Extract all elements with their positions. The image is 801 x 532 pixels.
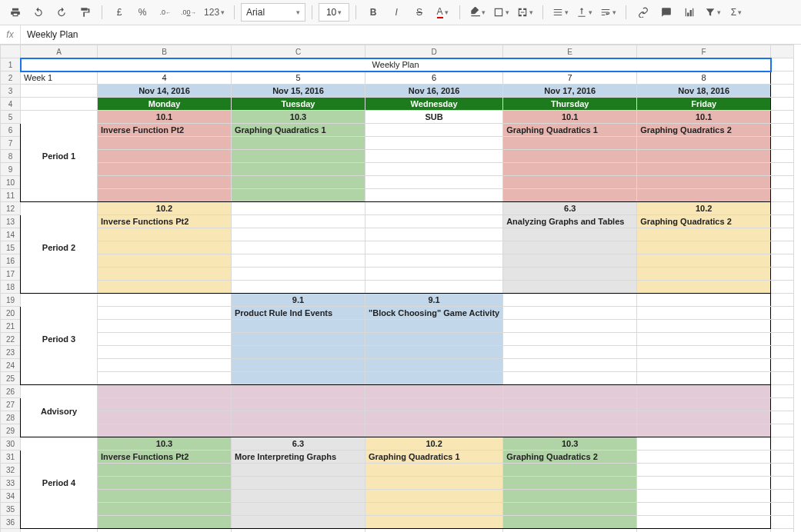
increase-decimal-button[interactable]: .00→ bbox=[178, 4, 199, 21]
cell[interactable] bbox=[98, 490, 232, 503]
row-header[interactable]: 13 bbox=[1, 215, 21, 228]
cell[interactable] bbox=[365, 333, 503, 346]
decrease-decimal-button[interactable]: .0← bbox=[155, 4, 176, 21]
cell[interactable] bbox=[98, 477, 232, 490]
cell[interactable] bbox=[637, 176, 771, 189]
cell[interactable] bbox=[365, 385, 503, 398]
cell[interactable] bbox=[232, 529, 365, 533]
cell[interactable] bbox=[232, 268, 365, 281]
cell[interactable] bbox=[232, 411, 365, 424]
cell[interactable] bbox=[365, 477, 503, 490]
row-header[interactable]: 31 bbox=[1, 451, 21, 464]
col-header-d[interactable]: D bbox=[365, 45, 503, 58]
cell[interactable] bbox=[365, 516, 503, 529]
cell[interactable]: 9.1 bbox=[232, 294, 365, 307]
cell[interactable]: Inverse Functions Pt2 bbox=[98, 215, 232, 228]
cell[interactable]: 5 bbox=[232, 71, 365, 85]
cell[interactable] bbox=[365, 490, 503, 503]
cell[interactable]: Nov 14, 2016 bbox=[98, 85, 232, 98]
cell[interactable] bbox=[232, 150, 365, 163]
cell[interactable] bbox=[98, 189, 232, 202]
cell[interactable] bbox=[637, 516, 771, 529]
bold-button[interactable]: B bbox=[362, 4, 384, 21]
cell[interactable] bbox=[232, 215, 365, 228]
period-3-label[interactable]: Period 3 bbox=[21, 294, 98, 385]
cell[interactable] bbox=[637, 346, 771, 359]
cell[interactable] bbox=[503, 385, 637, 398]
fill-color-button[interactable]: ▾ bbox=[466, 4, 489, 21]
insert-chart-icon[interactable] bbox=[679, 4, 700, 21]
cell[interactable]: Graphing Quadratics 2 bbox=[637, 124, 771, 137]
cell[interactable] bbox=[365, 503, 503, 516]
cell[interactable] bbox=[365, 215, 503, 228]
cell[interactable] bbox=[637, 333, 771, 346]
row-header[interactable]: 16 bbox=[1, 254, 21, 268]
cell[interactable] bbox=[98, 346, 232, 359]
row-header[interactable]: 2 bbox=[1, 71, 21, 85]
row-header[interactable]: 36 bbox=[1, 516, 21, 529]
cell[interactable] bbox=[503, 268, 637, 281]
cell[interactable] bbox=[98, 228, 232, 241]
cell[interactable] bbox=[637, 503, 771, 516]
row-header[interactable]: 18 bbox=[1, 281, 21, 294]
cell[interactable] bbox=[503, 346, 637, 359]
cell[interactable]: Thursday bbox=[503, 98, 637, 111]
col-header-e[interactable]: E bbox=[503, 45, 637, 58]
borders-button[interactable]: ▾ bbox=[490, 4, 512, 21]
row-header[interactable]: 5 bbox=[1, 111, 21, 124]
row-header[interactable]: 27 bbox=[1, 398, 21, 411]
merge-cells-button[interactable]: ▾ bbox=[514, 4, 536, 21]
cell[interactable] bbox=[98, 411, 232, 424]
row-header[interactable]: 30 bbox=[1, 437, 21, 451]
cell[interactable] bbox=[98, 137, 232, 150]
cell[interactable] bbox=[637, 424, 771, 437]
cell[interactable] bbox=[503, 359, 637, 372]
cell[interactable] bbox=[232, 320, 365, 333]
row-header[interactable]: 29 bbox=[1, 424, 21, 437]
cell[interactable] bbox=[21, 98, 98, 111]
cell[interactable] bbox=[98, 359, 232, 372]
cell[interactable] bbox=[98, 150, 232, 163]
cell[interactable] bbox=[365, 411, 503, 424]
cell[interactable] bbox=[365, 189, 503, 202]
cell[interactable]: Analyzing Graphs and Tables bbox=[503, 215, 637, 228]
cell[interactable]: 10.1 bbox=[637, 111, 771, 124]
text-wrap-button[interactable]: ▾ bbox=[597, 4, 619, 21]
cell[interactable] bbox=[232, 424, 365, 437]
cell[interactable]: 10.3 bbox=[232, 111, 365, 124]
cell[interactable] bbox=[365, 424, 503, 437]
cell[interactable] bbox=[503, 163, 637, 176]
cell[interactable] bbox=[98, 281, 232, 294]
cell[interactable]: 10.1 bbox=[98, 111, 232, 124]
cell[interactable]: Monday bbox=[98, 98, 232, 111]
insert-link-icon[interactable] bbox=[632, 4, 654, 21]
cell[interactable] bbox=[98, 320, 232, 333]
cell[interactable]: Graphing Quadratics 1 bbox=[232, 124, 365, 137]
cell[interactable] bbox=[232, 137, 365, 150]
cell[interactable] bbox=[637, 228, 771, 241]
cell[interactable]: 10.3 bbox=[503, 437, 637, 451]
cell[interactable] bbox=[98, 163, 232, 176]
row-header[interactable]: 11 bbox=[1, 189, 21, 202]
row-header[interactable]: 34 bbox=[1, 490, 21, 503]
cell[interactable] bbox=[637, 477, 771, 490]
cell[interactable] bbox=[503, 424, 637, 437]
cell[interactable] bbox=[232, 281, 365, 294]
cell[interactable] bbox=[365, 124, 503, 137]
cell[interactable] bbox=[503, 411, 637, 424]
cell[interactable] bbox=[503, 150, 637, 163]
cell[interactable]: More Interpreting Graphs bbox=[232, 451, 365, 464]
cell[interactable]: SUB bbox=[365, 111, 503, 124]
text-color-button[interactable]: A▾ bbox=[432, 4, 453, 21]
cell[interactable]: Tuesday bbox=[232, 98, 365, 111]
cell[interactable] bbox=[365, 281, 503, 294]
cell[interactable] bbox=[98, 307, 232, 320]
cell[interactable] bbox=[637, 411, 771, 424]
cell[interactable] bbox=[98, 516, 232, 529]
paint-format-icon[interactable] bbox=[74, 4, 95, 21]
cell[interactable] bbox=[232, 398, 365, 411]
cell[interactable] bbox=[365, 241, 503, 254]
row-header[interactable]: 4 bbox=[1, 98, 21, 111]
cell[interactable] bbox=[503, 189, 637, 202]
cell[interactable] bbox=[637, 189, 771, 202]
